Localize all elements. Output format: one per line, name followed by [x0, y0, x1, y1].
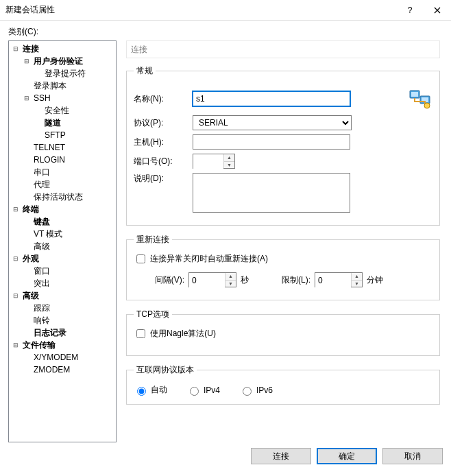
dialog-button-bar: 连接 确定 取消: [0, 442, 451, 470]
network-icon: [408, 86, 432, 111]
tcp-legend: TCP选项: [134, 309, 172, 320]
ipv4-radio[interactable]: IPv4: [186, 385, 220, 396]
category-label: 类别(C):: [8, 26, 443, 38]
reconnect-legend: 重新连接: [134, 234, 172, 246]
titlebar: 新建会话属性 ?: [0, 0, 451, 21]
general-group: 常规 名称(N): 协议(P): SERIAL 主机(H):: [126, 65, 440, 226]
tree-item-serial[interactable]: 串口: [9, 166, 116, 178]
nagle-checkbox[interactable]: [136, 329, 145, 338]
tree-item-sftp[interactable]: SFTP: [9, 129, 116, 141]
settings-panel: 连接 常规 名称(N): 协议(P): SERIAL 主机(H):: [123, 40, 443, 442]
tree-item-login-prompt[interactable]: 登录提示符: [9, 67, 116, 80]
close-button[interactable]: [424, 0, 451, 21]
name-input[interactable]: [193, 91, 350, 106]
protocol-label: 协议(P):: [134, 117, 193, 129]
tree-item-proxy[interactable]: 代理: [9, 178, 116, 191]
tree-item-file-transfer[interactable]: ⊟文件传输: [9, 339, 116, 351]
category-tree[interactable]: ⊟连接 ⊟用户身份验证 登录提示符 登录脚本 ⊟SSH 安全性 隧道 SFTP …: [8, 40, 117, 442]
tree-item-bell[interactable]: 响铃: [9, 314, 116, 326]
tree-item-tunnel[interactable]: 隧道: [9, 117, 116, 129]
tree-item-zmodem[interactable]: ZMODEM: [9, 364, 116, 376]
name-label: 名称(N):: [134, 93, 193, 105]
tree-item-logging[interactable]: 日志记录: [9, 326, 116, 339]
ipversion-legend: 互联网协议版本: [134, 364, 197, 376]
tree-item-advanced-term[interactable]: 高级: [9, 240, 116, 252]
spin-down-icon[interactable]: ▼: [352, 281, 362, 287]
interval-label: 间隔(V):: [147, 274, 188, 286]
spin-up-icon[interactable]: ▲: [224, 154, 234, 162]
tree-item-vt-mode[interactable]: VT 模式: [9, 228, 116, 240]
close-icon: [434, 7, 441, 14]
ip-auto-radio[interactable]: 自动: [134, 384, 167, 396]
svg-point-4: [424, 103, 430, 108]
host-label: 主机(H):: [134, 136, 193, 148]
desc-label: 说明(D):: [134, 173, 193, 185]
limit-unit: 分钟: [367, 274, 383, 286]
tree-item-ssh[interactable]: ⊟SSH: [9, 92, 116, 104]
tree-item-connection[interactable]: ⊟连接: [9, 43, 116, 55]
collapse-icon: ⊟: [12, 254, 20, 263]
ok-button[interactable]: 确定: [317, 448, 377, 464]
interval-unit: 秒: [241, 274, 249, 286]
tree-item-xymodem[interactable]: X/YMODEM: [9, 351, 116, 364]
spin-up-icon[interactable]: ▲: [352, 273, 362, 281]
tree-item-highlight[interactable]: 突出: [9, 277, 116, 289]
collapse-icon: ⊟: [23, 57, 31, 65]
host-input[interactable]: [193, 134, 350, 150]
collapse-icon: ⊟: [12, 341, 20, 349]
collapse-icon: ⊟: [12, 205, 20, 213]
tree-item-security[interactable]: 安全性: [9, 104, 116, 117]
description-textarea[interactable]: [193, 173, 350, 213]
interval-input[interactable]: [189, 273, 225, 288]
tree-item-advanced[interactable]: ⊟高级: [9, 289, 116, 302]
tree-item-login-script[interactable]: 登录脚本: [9, 80, 116, 92]
reconnect-group: 重新连接 连接异常关闭时自动重新连接(A) 间隔(V): ▲▼ 秒 限制(L):: [126, 234, 440, 300]
spin-down-icon[interactable]: ▼: [226, 281, 236, 287]
auto-reconnect-label: 连接异常关闭时自动重新连接(A): [150, 253, 268, 265]
collapse-icon: ⊟: [12, 45, 20, 53]
tree-item-appearance[interactable]: ⊟外观: [9, 252, 116, 265]
tree-item-keyboard[interactable]: 键盘: [9, 215, 116, 228]
protocol-select[interactable]: SERIAL: [193, 115, 352, 130]
spin-down-icon[interactable]: ▼: [224, 162, 234, 169]
connect-button[interactable]: 连接: [251, 448, 311, 464]
tcp-group: TCP选项 使用Nagle算法(U): [126, 309, 440, 356]
general-legend: 常规: [134, 65, 156, 77]
ipversion-group: 互联网协议版本 自动 IPv4 IPv6: [126, 364, 440, 405]
limit-label: 限制(L):: [273, 274, 315, 286]
tree-item-telnet[interactable]: TELNET: [9, 141, 116, 154]
panel-header: 连接: [126, 40, 440, 58]
port-stepper[interactable]: ▲▼: [193, 154, 235, 169]
nagle-label: 使用Nagle算法(U): [150, 328, 216, 340]
tree-item-keepalive[interactable]: 保持活动状态: [9, 191, 116, 203]
tree-item-rlogin[interactable]: RLOGIN: [9, 154, 116, 166]
help-button[interactable]: ?: [396, 0, 424, 21]
limit-stepper[interactable]: ▲▼: [315, 272, 363, 287]
tree-item-terminal[interactable]: ⊟终端: [9, 203, 116, 215]
ipv6-radio[interactable]: IPv6: [239, 385, 273, 396]
auto-reconnect-checkbox[interactable]: [136, 254, 145, 263]
svg-rect-1: [411, 92, 418, 97]
tree-item-user-auth[interactable]: ⊟用户身份验证: [9, 55, 116, 67]
collapse-icon: ⊟: [23, 94, 31, 102]
tree-item-trace[interactable]: 跟踪: [9, 302, 116, 314]
spin-up-icon[interactable]: ▲: [226, 273, 236, 281]
limit-input[interactable]: [315, 273, 351, 288]
collapse-icon: ⊟: [12, 291, 20, 300]
window-title: 新建会话属性: [5, 4, 396, 16]
port-input[interactable]: [193, 154, 223, 169]
tree-item-window[interactable]: 窗口: [9, 265, 116, 277]
interval-stepper[interactable]: ▲▼: [188, 272, 236, 287]
port-label: 端口号(O):: [134, 156, 193, 167]
cancel-button[interactable]: 取消: [382, 448, 443, 464]
